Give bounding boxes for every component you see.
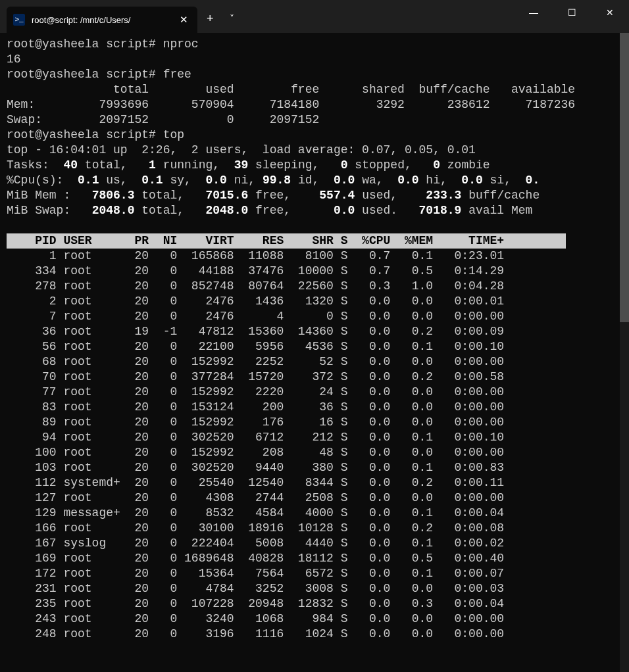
command-nproc: nproc (163, 37, 199, 51)
cpu-line: %Cpu(s): 0.1 us, 0.1 sy, 0.0 ni, 99.8 id… (7, 174, 540, 187)
prompt: root@yasheela script# (7, 128, 156, 141)
free-swap-row: Swap: 2097152 0 2097152 (7, 113, 319, 126)
scrollbar-vertical[interactable] (620, 33, 629, 672)
maximize-button[interactable]: ☐ (553, 0, 591, 25)
free-mem-row: Mem: 7993696 570904 7184180 3292 238612 … (7, 98, 575, 111)
tab-active[interactable]: >_ root@script: /mnt/c/Users/ ✕ (7, 7, 197, 33)
tab-dropdown-button[interactable]: ˅ (223, 13, 241, 24)
prompt: root@yasheela script# (7, 37, 156, 51)
tab-title: root@script: /mnt/c/Users/ (32, 15, 177, 25)
process-header-row: PID USER PR NI VIRT RES SHR S %CPU %MEM … (7, 233, 566, 249)
new-tab-button[interactable]: + (197, 12, 223, 26)
mem-line: MiB Mem : 7806.3 total, 7015.6 free, 557… (7, 189, 540, 202)
nproc-output: 16 (7, 53, 21, 66)
command-free: free (163, 68, 191, 81)
swap-line: MiB Swap: 2048.0 total, 2048.0 free, 0.0… (7, 204, 532, 217)
close-tab-button[interactable]: ✕ (177, 14, 191, 26)
prompt: root@yasheela script# (7, 68, 156, 81)
close-window-button[interactable]: ✕ (591, 0, 629, 25)
tasks-line: Tasks: 40 total, 1 running, 39 sleeping,… (7, 158, 490, 172)
titlebar: >_ root@script: /mnt/c/Users/ ✕ + ˅ — ☐ … (0, 0, 629, 33)
terminal-output[interactable]: root@yasheela script# nproc 16 root@yash… (0, 33, 629, 646)
minimize-button[interactable]: — (515, 0, 553, 25)
command-top: top (163, 128, 184, 141)
free-header: total used free shared buff/cache availa… (7, 83, 575, 96)
process-list: 1 root 20 0 165868 11088 8100 S 0.7 0.1 … (7, 249, 504, 640)
window-controls: — ☐ ✕ (515, 0, 629, 33)
scrollbar-thumb[interactable] (620, 33, 629, 322)
powershell-icon: >_ (13, 14, 25, 26)
top-summary-line: top - 16:04:01 up 2:26, 2 users, load av… (7, 143, 476, 156)
